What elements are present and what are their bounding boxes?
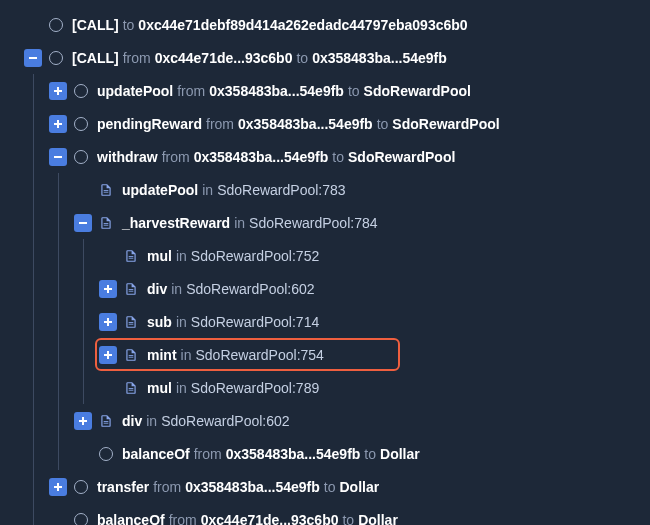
function-name: [CALL]: [72, 17, 119, 33]
call-icon: [73, 149, 89, 165]
trace-row[interactable]: transferfrom0x358483ba...54e9fbtoDollar: [10, 470, 640, 503]
trace-row[interactable]: _harvestRewardinSdoRewardPool:784: [10, 206, 640, 239]
expand-icon[interactable]: [49, 82, 67, 100]
trace-row[interactable]: mulinSdoRewardPool:789: [10, 371, 640, 404]
expand-icon[interactable]: [49, 478, 67, 496]
location: SdoRewardPool:784: [249, 215, 377, 231]
address: 0xc44e71de...93c6b0: [155, 50, 293, 66]
keyword: to: [123, 17, 135, 33]
tree-guide-line: [58, 305, 59, 338]
collapse-icon[interactable]: [24, 49, 42, 67]
address: 0x358483ba...54e9fb: [226, 446, 361, 462]
trace-row[interactable]: mintinSdoRewardPool:754: [10, 338, 640, 371]
file-icon: [98, 215, 114, 231]
trace-label: subinSdoRewardPool:714: [147, 314, 319, 330]
expand-icon[interactable]: [49, 115, 67, 133]
tree-guide-line: [58, 173, 59, 206]
address: 0xc44e71de...93c6b0: [201, 512, 339, 526]
tree-guide-line: [33, 404, 34, 437]
keyword: to: [332, 149, 344, 165]
function-name: _harvestReward: [122, 215, 230, 231]
svg-rect-6: [104, 190, 109, 191]
trace-row[interactable]: mulinSdoRewardPool:752: [10, 239, 640, 272]
svg-rect-29: [104, 421, 109, 422]
address: 0x358483ba...54e9fb: [209, 83, 344, 99]
trace-row[interactable]: pendingRewardfrom0x358483ba...54e9fbtoSd…: [10, 107, 640, 140]
address: 0xc44e71debf89d414a262edadc44797eba093c6…: [138, 17, 467, 33]
expand-icon[interactable]: [99, 346, 117, 364]
keyword: to: [364, 446, 376, 462]
tree-guide-line: [83, 239, 84, 272]
tree-guide-line: [58, 239, 59, 272]
collapse-icon[interactable]: [74, 214, 92, 232]
svg-rect-11: [129, 256, 134, 257]
address: 0x358483ba...54e9fb: [185, 479, 320, 495]
expand-icon[interactable]: [99, 313, 117, 331]
svg-rect-32: [54, 486, 62, 488]
svg-rect-8: [79, 222, 87, 224]
trace-row[interactable]: withdrawfrom0x358483ba...54e9fbtoSdoRewa…: [10, 140, 640, 173]
tree-guide-line: [83, 272, 84, 305]
collapse-icon[interactable]: [49, 148, 67, 166]
tree-guide-line: [33, 371, 34, 404]
trace-label: balanceOffrom0xc44e71de...93c6b0toDollar: [97, 512, 398, 526]
keyword: in: [146, 413, 157, 429]
function-name: [CALL]: [72, 50, 119, 66]
function-name: updatePool: [122, 182, 198, 198]
function-name: transfer: [97, 479, 149, 495]
tree-guide-line: [33, 470, 34, 503]
function-name: balanceOf: [122, 446, 190, 462]
keyword: from: [194, 446, 222, 462]
function-name: withdraw: [97, 149, 158, 165]
trace-label: mulinSdoRewardPool:789: [147, 380, 319, 396]
tree-guide-line: [58, 206, 59, 239]
svg-rect-4: [54, 123, 62, 125]
trace-label: mulinSdoRewardPool:752: [147, 248, 319, 264]
trace-row[interactable]: [CALL]from0xc44e71de...93c6b0to0x358483b…: [10, 41, 640, 74]
trace-label: divinSdoRewardPool:602: [147, 281, 315, 297]
keyword: from: [153, 479, 181, 495]
file-icon: [123, 281, 139, 297]
svg-rect-10: [104, 224, 109, 225]
call-icon: [73, 512, 89, 526]
call-icon: [98, 446, 114, 462]
svg-rect-16: [129, 290, 134, 291]
expand-icon[interactable]: [99, 280, 117, 298]
trace-row[interactable]: subinSdoRewardPool:714: [10, 305, 640, 338]
keyword: from: [123, 50, 151, 66]
svg-rect-26: [129, 389, 134, 390]
trace-row[interactable]: updatePoolinSdoRewardPool:783: [10, 173, 640, 206]
address: Dollar: [380, 446, 420, 462]
trace-row[interactable]: [CALL]to0xc44e71debf89d414a262edadc44797…: [10, 8, 640, 41]
trace-label: withdrawfrom0x358483ba...54e9fbtoSdoRewa…: [97, 149, 455, 165]
svg-rect-18: [104, 321, 112, 323]
file-icon: [123, 314, 139, 330]
address: Dollar: [358, 512, 398, 526]
call-icon: [48, 50, 64, 66]
trace-tree: [CALL]to0xc44e71debf89d414a262edadc44797…: [10, 8, 640, 525]
trace-row[interactable]: balanceOffrom0x358483ba...54e9fbtoDollar: [10, 437, 640, 470]
file-icon: [123, 248, 139, 264]
keyword: in: [171, 281, 182, 297]
keyword: to: [342, 512, 354, 526]
trace-row[interactable]: divinSdoRewardPool:602: [10, 404, 640, 437]
function-name: updatePool: [97, 83, 173, 99]
tree-guide-line: [33, 239, 34, 272]
file-icon: [98, 413, 114, 429]
tree-guide-line: [33, 206, 34, 239]
svg-rect-25: [129, 388, 134, 389]
tree-guide-line: [33, 74, 34, 107]
function-name: mint: [147, 347, 177, 363]
keyword: in: [176, 314, 187, 330]
call-icon: [48, 17, 64, 33]
location: SdoRewardPool:602: [161, 413, 289, 429]
keyword: in: [176, 380, 187, 396]
expand-icon[interactable]: [74, 412, 92, 430]
location: SdoRewardPool:752: [191, 248, 319, 264]
keyword: in: [176, 248, 187, 264]
trace-row[interactable]: balanceOffrom0xc44e71de...93c6b0toDollar: [10, 503, 640, 525]
trace-row[interactable]: divinSdoRewardPool:602: [10, 272, 640, 305]
trace-row[interactable]: updatePoolfrom0x358483ba...54e9fbtoSdoRe…: [10, 74, 640, 107]
function-name: div: [147, 281, 167, 297]
tree-guide-line: [58, 437, 59, 470]
